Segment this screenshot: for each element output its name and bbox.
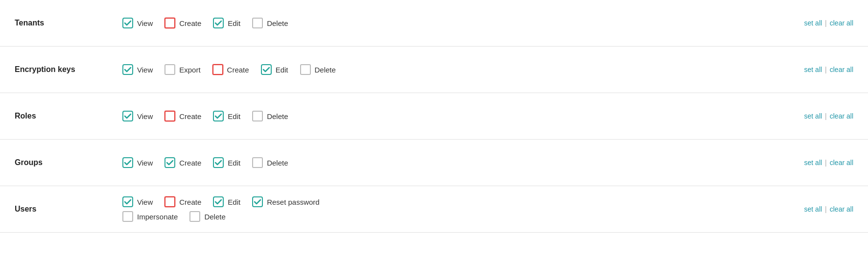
perm-delete[interactable]: Delete [252,18,288,28]
row-tenants: TenantsViewCreateEditDeleteset all|clear… [0,0,868,47]
encryption-keys-clear-all[interactable]: clear all [830,66,853,73]
delete-checkbox-empty[interactable] [252,18,263,28]
edit-label: Edit [228,198,240,206]
row-groups: GroupsViewCreateEditDeleteset all|clear … [0,140,868,186]
perm-edit[interactable]: Edit [213,196,240,207]
edit-checkbox-checked[interactable] [213,111,224,121]
delete-label: Delete [204,213,225,221]
groups-set-all[interactable]: set all [804,159,822,167]
row-users: UsersViewCreateEditReset passwordImperso… [0,186,868,233]
users-actions: set all|clear all [804,205,853,213]
view-label: View [137,19,153,27]
view-label: View [137,66,153,74]
create-checkbox-checked[interactable] [164,157,175,168]
groups-actions: set all|clear all [804,159,853,167]
reset-password-checkbox-checked[interactable] [252,196,263,207]
tenants-actions: set all|clear all [804,19,853,27]
create-label: Create [179,198,201,206]
perm-edit[interactable]: Edit [213,18,240,28]
create-label: Create [179,112,201,120]
perm-view[interactable]: View [122,157,153,168]
encryption-keys-label: Encryption keys [15,65,122,74]
create-checkbox-empty[interactable] [164,18,175,28]
perm-create[interactable]: Create [164,18,201,28]
roles-permissions: ViewCreateEditDelete [122,111,804,121]
perm-create[interactable]: Create [164,111,201,121]
view-label: View [137,112,153,120]
tenants-separator: | [825,19,827,27]
perm-delete[interactable]: Delete [252,111,288,121]
view-checkbox-checked[interactable] [122,157,133,168]
tenants-set-all[interactable]: set all [804,19,822,27]
encryption-keys-separator: | [825,66,827,73]
encryption-keys-set-all[interactable]: set all [804,66,822,73]
create-checkbox-empty[interactable] [164,111,175,121]
view-checkbox-checked[interactable] [122,18,133,28]
perm-export[interactable]: Export [164,64,200,75]
tenants-clear-all[interactable]: clear all [830,19,853,27]
groups-clear-all[interactable]: clear all [830,159,853,167]
perm-delete[interactable]: Delete [300,64,336,75]
perm-delete[interactable]: Delete [189,211,225,222]
create-checkbox-empty[interactable] [164,196,175,207]
edit-checkbox-checked[interactable] [213,18,224,28]
roles-set-all[interactable]: set all [804,112,822,120]
view-checkbox-checked[interactable] [122,64,133,75]
perm-view[interactable]: View [122,196,153,207]
edit-checkbox-checked[interactable] [213,196,224,207]
edit-checkbox-checked[interactable] [261,64,272,75]
encryption-keys-permissions: ViewExportCreateEditDelete [122,64,804,75]
perm-view[interactable]: View [122,64,153,75]
edit-label: Edit [228,19,240,27]
groups-permissions: ViewCreateEditDelete [122,157,804,168]
users-perms-line1: ViewCreateEditReset password [122,196,804,207]
perm-edit[interactable]: Edit [213,157,240,168]
permissions-table: TenantsViewCreateEditDeleteset all|clear… [0,0,868,233]
users-perms-line2: ImpersonateDelete [122,211,804,222]
create-checkbox-empty[interactable] [212,64,223,75]
impersonate-label: Impersonate [137,213,178,221]
create-label: Create [179,159,201,167]
delete-checkbox-empty[interactable] [252,157,263,168]
roles-separator: | [825,112,827,120]
delete-checkbox-empty[interactable] [252,111,263,121]
impersonate-checkbox-empty[interactable] [122,211,133,222]
perm-edit[interactable]: Edit [213,111,240,121]
reset-password-label: Reset password [267,198,320,206]
edit-label: Edit [228,159,240,167]
delete-checkbox-empty[interactable] [300,64,311,75]
create-label: Create [179,19,201,27]
perm-view[interactable]: View [122,18,153,28]
perm-reset-password[interactable]: Reset password [252,196,320,207]
tenants-permissions: ViewCreateEditDelete [122,18,804,28]
users-set-all[interactable]: set all [804,205,822,213]
export-checkbox-empty[interactable] [164,64,175,75]
view-label: View [137,198,153,206]
delete-label: Delete [267,159,288,167]
edit-label: Edit [276,66,288,74]
encryption-keys-actions: set all|clear all [804,66,853,73]
users-clear-all[interactable]: clear all [830,205,853,213]
perm-impersonate[interactable]: Impersonate [122,211,178,222]
users-permissions: ViewCreateEditReset passwordImpersonateD… [122,196,804,222]
perm-create[interactable]: Create [212,64,249,75]
perm-create[interactable]: Create [164,157,201,168]
view-checkbox-checked[interactable] [122,111,133,121]
delete-label: Delete [267,19,288,27]
roles-actions: set all|clear all [804,112,853,120]
perm-create[interactable]: Create [164,196,201,207]
row-roles: RolesViewCreateEditDeleteset all|clear a… [0,93,868,140]
row-encryption-keys: Encryption keysViewExportCreateEditDelet… [0,47,868,93]
delete-checkbox-empty[interactable] [189,211,200,222]
tenants-label: Tenants [15,19,122,27]
perm-view[interactable]: View [122,111,153,121]
roles-clear-all[interactable]: clear all [830,112,853,120]
perm-edit[interactable]: Edit [261,64,288,75]
delete-label: Delete [267,112,288,120]
edit-checkbox-checked[interactable] [213,157,224,168]
perm-delete[interactable]: Delete [252,157,288,168]
view-label: View [137,159,153,167]
delete-label: Delete [315,66,336,74]
view-checkbox-checked[interactable] [122,196,133,207]
groups-label: Groups [15,158,122,167]
